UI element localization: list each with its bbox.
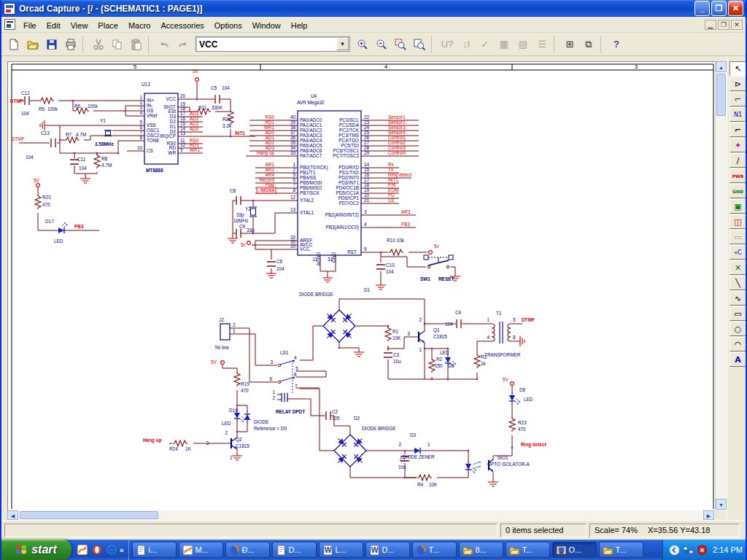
schematic-page[interactable]: 543U13MT88881234567810IN+IN-GSVRefVSSOSC… <box>7 61 715 510</box>
place-no-connect-tool[interactable]: ✕ <box>729 260 747 275</box>
place-ellipse-tool[interactable]: ○ <box>729 322 747 336</box>
horizontal-scrollbar[interactable]: ◀ ▶ <box>7 510 715 521</box>
print-button[interactable] <box>62 36 80 53</box>
place-power-tool[interactable]: PWR <box>729 168 747 183</box>
place-polyline-tool[interactable]: ∿ <box>729 291 747 306</box>
restore-button[interactable]: ❐ <box>711 1 727 16</box>
schematic-label: 1K <box>185 446 192 451</box>
menu-item-accessories[interactable]: Accessories <box>155 19 209 32</box>
menu-item-options[interactable]: Options <box>209 19 247 32</box>
place-hierarchical-port-tool[interactable]: ◫ <box>729 214 747 229</box>
start-button[interactable]: start <box>0 540 71 560</box>
menu-item-macro[interactable]: Macro <box>123 19 156 32</box>
taskbar-task-11[interactable]: T... <box>599 542 643 558</box>
quick-launch-phone-icon[interactable] <box>90 544 103 556</box>
taskbar-task-1[interactable]: i... <box>132 542 177 558</box>
vertical-scrollbar[interactable]: ▲ ▼ <box>715 61 727 510</box>
taskbar-task-7[interactable]: T... <box>412 542 457 558</box>
schematic-label: 33p <box>236 212 244 218</box>
vertical-scroll-thumb[interactable] <box>716 74 726 116</box>
schematic-label: OSC1 <box>147 128 160 133</box>
close-button[interactable]: ✕ <box>728 1 743 16</box>
tray-collapse-chevron-icon[interactable] <box>669 545 680 556</box>
place-bus-tool[interactable]: ⌐ <box>729 122 747 137</box>
scroll-right-button[interactable]: ▶ <box>703 510 714 520</box>
schematic-label: PA6/ADC6 <box>300 148 322 153</box>
open-document-button[interactable] <box>24 36 42 53</box>
diodes-and-leds[interactable] <box>55 222 520 473</box>
menu-item-help[interactable]: Help <box>286 19 313 32</box>
schematic-label: Ring detect <box>521 442 547 448</box>
transformer-t1[interactable] <box>492 322 511 343</box>
mdi-close-button[interactable]: ✕ <box>731 20 743 30</box>
minimize-button[interactable]: _ <box>694 1 710 16</box>
taskbar-task-6[interactable]: WD... <box>365 542 410 558</box>
mdi-restore-button[interactable]: ❐ <box>718 20 729 30</box>
schematic-label: WR1 <box>264 125 275 130</box>
place-rectangle-tool[interactable]: ▭ <box>729 306 747 321</box>
schematic-canvas[interactable]: 543U13MT88881234567810IN+IN-GSVRefVSSOSC… <box>8 62 716 511</box>
select-tool[interactable]: ↖ <box>729 61 747 76</box>
diode-bridge-d2[interactable] <box>334 435 366 467</box>
menu-item-view[interactable]: View <box>66 19 93 32</box>
place-ground-tool[interactable]: GND <box>729 184 747 198</box>
zoom-area-button[interactable] <box>392 36 409 53</box>
taskbar-task-2[interactable]: M... <box>179 542 223 558</box>
reset-switch-sw1[interactable] <box>424 255 453 268</box>
hierarchy-button[interactable]: ⧉ <box>580 36 597 53</box>
schematic-label: 33 <box>290 150 296 155</box>
schematic-label: AD0 <box>266 130 275 135</box>
crystal-y1[interactable] <box>104 131 112 136</box>
network-icon[interactable] <box>683 545 694 556</box>
menu-item-window[interactable]: Window <box>247 19 286 32</box>
save-document-button[interactable] <box>43 36 61 53</box>
quick-launch-app-icon[interactable] <box>76 544 88 556</box>
part-search-combobox[interactable]: VCC▼ <box>196 36 350 52</box>
place-hierarchical-block-tool[interactable]: ▣ <box>729 199 747 214</box>
snap-to-grid-button[interactable]: ⊞ <box>561 36 578 53</box>
schematic-label: RD <box>169 145 177 150</box>
place-arc-tool[interactable]: ◠ <box>729 337 747 351</box>
place-off-page-connector-tool[interactable]: «C <box>729 245 747 260</box>
place-line-tool[interactable]: ╲ <box>729 276 747 290</box>
taskbar-task-5[interactable]: WL... <box>319 542 363 558</box>
zoom-all-button[interactable] <box>411 36 428 53</box>
internet-explorer-icon[interactable]: e <box>105 544 117 556</box>
place-wire-tool[interactable]: ⌐ <box>729 92 747 106</box>
help-button[interactable]: ? <box>608 36 625 53</box>
connector-j2[interactable] <box>220 324 230 340</box>
zoom-in-button[interactable] <box>354 36 371 53</box>
schematic-label: PD7/OC2 <box>339 201 360 206</box>
schematic-label: C11 <box>77 157 86 162</box>
relay-ls1[interactable] <box>278 360 295 402</box>
schematic-label: 25 <box>364 130 370 135</box>
scroll-left-button[interactable]: ◀ <box>7 510 18 520</box>
menu-item-place[interactable]: Place <box>93 19 123 32</box>
menu-item-file[interactable]: File <box>18 19 42 32</box>
taskbar-task-8[interactable]: 8... <box>459 542 503 558</box>
horizontal-scroll-thumb[interactable] <box>20 511 158 519</box>
taskbar-task-10[interactable]: O... <box>552 542 597 558</box>
taskbar-task-9[interactable]: T... <box>506 542 550 558</box>
combobox-dropdown-icon[interactable]: ▼ <box>336 38 349 50</box>
resistors[interactable] <box>35 98 515 481</box>
schematic-label: RS0 <box>266 114 275 120</box>
menu-item-edit[interactable]: Edit <box>42 19 66 32</box>
new-document-button[interactable] <box>5 36 23 53</box>
zoom-out-button[interactable] <box>373 36 390 53</box>
security-alert-shield-icon[interactable] <box>697 545 708 556</box>
place-bus-entry-tool[interactable]: ∕ <box>729 153 747 168</box>
taskbar-task-3[interactable]: Đ... <box>225 542 270 558</box>
place-text-tool[interactable]: A <box>729 352 747 367</box>
schematic-label: LED <box>524 397 533 402</box>
place-part-tool[interactable]: ⊳ <box>729 77 747 91</box>
place-junction-tool[interactable]: ✦ <box>729 138 747 152</box>
schematic-document-icon[interactable] <box>4 19 15 30</box>
scroll-up-button[interactable]: ▲ <box>716 61 727 72</box>
quick-launch-chevron[interactable]: » <box>120 546 124 554</box>
taskbar-task-4[interactable]: D... <box>272 542 317 558</box>
diode-bridge-d1[interactable] <box>323 310 355 342</box>
scroll-down-button[interactable]: ▼ <box>716 499 727 510</box>
mdi-minimize-button[interactable]: ▁ <box>705 20 716 30</box>
place-net-alias-tool[interactable]: N1 <box>729 107 747 122</box>
